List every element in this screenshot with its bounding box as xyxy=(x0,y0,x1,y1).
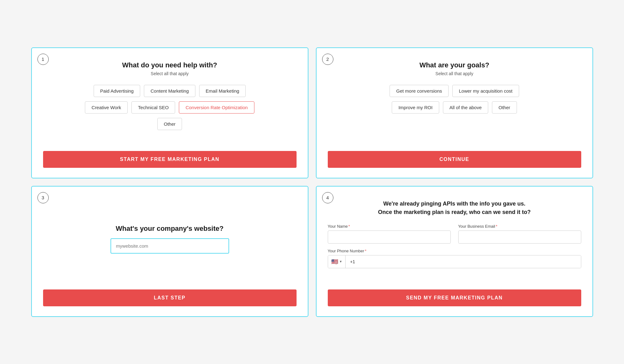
card-2-subtitle: Select all that apply xyxy=(328,71,581,76)
card-3: 3 What's your company's website? LAST ST… xyxy=(31,186,308,317)
option-other-1[interactable]: Other xyxy=(157,118,182,130)
card-1-row-3: Other xyxy=(157,118,182,130)
phone-label: Your Phone Number* xyxy=(328,249,581,253)
step-badge-4: 4 xyxy=(322,192,333,203)
phone-flag-selector[interactable]: 🇺🇸 ▼ xyxy=(328,255,346,268)
start-marketing-plan-button[interactable]: START MY FREE MARKETING PLAN xyxy=(43,151,297,168)
website-input[interactable] xyxy=(111,238,229,254)
card-2: 2 What are your goals? Select all that a… xyxy=(316,47,593,178)
email-group: Your Business Email* xyxy=(458,224,581,244)
phone-group: Your Phone Number* 🇺🇸 ▼ xyxy=(328,249,581,268)
flag-emoji: 🇺🇸 xyxy=(331,258,338,265)
card-2-cta-wrapper: CONTINUE xyxy=(328,143,581,168)
continue-button[interactable]: CONTINUE xyxy=(328,151,581,168)
name-input[interactable] xyxy=(328,231,451,244)
card-1-options: Paid Advertising Content Marketing Email… xyxy=(43,85,297,143)
contact-form: Your Name* Your Business Email* Your Pho… xyxy=(328,224,581,268)
card-1-cta-wrapper: START MY FREE MARKETING PLAN xyxy=(43,143,297,168)
card-4-header: We're already pinging APIs with the info… xyxy=(328,200,581,216)
option-technical-seo[interactable]: Technical SEO xyxy=(131,101,175,114)
step-badge-1: 1 xyxy=(37,54,49,65)
option-get-conversions[interactable]: Get more conversions xyxy=(390,85,449,97)
website-section: What's your company's website? xyxy=(43,197,297,282)
card-1-title: What do you need help with? xyxy=(43,61,297,69)
card-2-row-1: Get more conversions Lower my acquisitio… xyxy=(390,85,519,97)
card-4-cta-wrapper: SEND MY FREE MARKETING PLAN xyxy=(328,282,581,306)
card-1-subtitle: Select all that apply xyxy=(43,71,297,76)
option-lower-acquisition[interactable]: Lower my acquisition cost xyxy=(452,85,519,97)
card-4: 4 We're already pinging APIs with the in… xyxy=(316,186,593,317)
email-input[interactable] xyxy=(458,231,581,244)
phone-input[interactable] xyxy=(346,255,581,268)
email-label: Your Business Email* xyxy=(458,224,581,229)
option-other-2[interactable]: Other xyxy=(492,101,517,114)
option-paid-advertising[interactable]: Paid Advertising xyxy=(94,85,140,97)
name-label: Your Name* xyxy=(328,224,451,229)
last-step-button[interactable]: LAST STEP xyxy=(43,289,297,306)
main-grid: 1 What do you need help with? Select all… xyxy=(31,47,593,317)
send-marketing-plan-button[interactable]: SEND MY FREE MARKETING PLAN xyxy=(328,289,581,306)
card-2-row-2: Improve my ROI All of the above Other xyxy=(392,101,517,114)
option-creative-work[interactable]: Creative Work xyxy=(85,101,128,114)
card-4-header-line2: Once the marketing plan is ready, who ca… xyxy=(378,209,531,215)
step-badge-2: 2 xyxy=(322,54,333,65)
card-2-title: What are your goals? xyxy=(328,61,581,69)
phone-row: 🇺🇸 ▼ xyxy=(328,255,581,268)
option-improve-roi[interactable]: Improve my ROI xyxy=(392,101,439,114)
step-badge-3: 3 xyxy=(37,192,49,203)
card-4-header-line1: We're already pinging APIs with the info… xyxy=(383,201,525,207)
option-all-above[interactable]: All of the above xyxy=(443,101,488,114)
option-content-marketing[interactable]: Content Marketing xyxy=(144,85,195,97)
website-question: What's your company's website? xyxy=(116,225,224,233)
card-1: 1 What do you need help with? Select all… xyxy=(31,47,308,178)
name-group: Your Name* xyxy=(328,224,451,244)
chevron-down-icon: ▼ xyxy=(339,260,342,263)
option-cro[interactable]: Conversion Rate Optimization xyxy=(179,101,254,114)
card-2-options: Get more conversions Lower my acquisitio… xyxy=(328,85,581,143)
card-1-row-2: Creative Work Technical SEO Conversion R… xyxy=(85,101,254,114)
option-email-marketing[interactable]: Email Marketing xyxy=(199,85,246,97)
card-1-row-1: Paid Advertising Content Marketing Email… xyxy=(94,85,246,97)
card-3-cta-wrapper: LAST STEP xyxy=(43,282,297,306)
